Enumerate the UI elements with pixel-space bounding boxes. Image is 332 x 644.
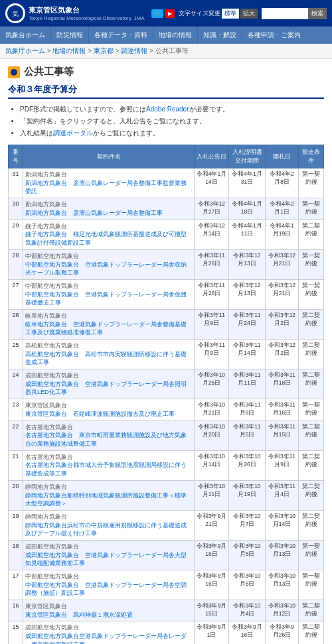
adobe-reader-link[interactable]: Adobe Reader xyxy=(146,105,189,113)
nav-chiba[interactable]: 地場の情報 xyxy=(153,27,198,44)
cell-open: 令和3年12月2日 xyxy=(266,309,299,339)
contract-name-link[interactable]: 名古屋地方気象台都市域大分予集観型地震観測局移設に伴う基礎造成等工事 xyxy=(25,462,187,477)
search-input[interactable] xyxy=(262,8,308,19)
cell-name: 成田航空地方気象台成田航空地方気象台 空港気象ドップラーレーダー局舎照明器具LE… xyxy=(23,369,195,399)
table-row: 29 銚子地方気象台銚子地方気象台 補足光地域気象観測所基盤造成及び可搬型気象計… xyxy=(9,220,324,249)
cell-open: 令和3年11月16日 xyxy=(266,399,299,420)
social-icons: 🐦 ▶ xyxy=(151,9,175,18)
main-navigation: 気象台ホーム 防災情報 各種データ・資料 地場の情報 知識・解説 各種申請・ご案… xyxy=(0,27,332,44)
cell-open: 令和3年12月21日 xyxy=(266,279,299,309)
info-list: PDF形式で掲載していますので、参照にはAdobe Readerが必要です。 「… xyxy=(8,104,324,138)
cell-period: 令和3年11月5日 xyxy=(229,420,266,450)
cell-name: 成田航空地方気象台成田航空地方気象台空港気象ドップラーレーダー局舎レーダー機器室… xyxy=(23,621,195,644)
contract-name-link[interactable]: 静岡地方気象台船積特別地域気象観測所施設整備工事＜標準大型空調調整＞ xyxy=(25,492,187,507)
cell-announce: 令和3年10月20日 xyxy=(195,420,229,450)
nav-home[interactable]: 気象台ホーム xyxy=(0,27,51,44)
cell-open: 令和3年10月13日 xyxy=(266,570,299,600)
cell-num: 16 xyxy=(9,600,23,621)
nav-bousai[interactable]: 防災情報 xyxy=(51,27,89,44)
contract-name-link[interactable]: 銚子地方気象台 補足光地域気象観測所基盤造成及び可搬型気象計付帯設備新設工事 xyxy=(25,231,187,246)
contract-name-link[interactable]: 新潟地方気象台 彦濱山気象レーダー局舎整備工事 xyxy=(25,210,163,216)
cell-condition: 第二契約後 xyxy=(299,369,324,399)
title-icon-inner xyxy=(11,69,17,76)
cell-announce: 令和3年12月14日 xyxy=(195,220,229,249)
contract-name-link[interactable]: 高松航空地方気象台 高松市市内実験観測所移設に伴う基礎造成工事 xyxy=(25,351,187,366)
breadcrumb-sep2: > xyxy=(88,47,94,54)
cell-announce: 令和3年11月26日 xyxy=(195,249,229,279)
cell-open: 令和3年9月26日 xyxy=(266,621,299,644)
breadcrumb-home[interactable]: 気象庁ホーム xyxy=(5,47,45,54)
font-standard-btn[interactable]: 標準 xyxy=(222,9,239,19)
th-announce: 入札公告日 xyxy=(195,145,229,168)
cell-open: 令和3年11月15日 xyxy=(266,420,299,450)
cell-condition: 第一契約後 xyxy=(299,570,324,600)
font-size-ctrl: 文字サイズ変更 標準 拡大 xyxy=(179,9,258,19)
contract-name-link[interactable]: 中部航空地方気象台 空港気象ドップラーレーダー局舎仮囲基礎撤去工事 xyxy=(25,291,187,306)
contract-name-link[interactable]: 成田航空地方気象台 空港気象ドップラーレーダー局舎照明器具LED化工事 xyxy=(25,381,187,396)
cell-period: 令和4年1月11日 xyxy=(229,220,266,249)
contract-name-link[interactable]: 中部航空地方気象台 空港気象ドップラーレーダー局舎収納光ケーブル取敷工事 xyxy=(25,261,187,277)
nav-shinsei[interactable]: 各種申請・ご案内 xyxy=(242,27,306,44)
cell-announce: 令和3年10月11日 xyxy=(195,480,229,510)
site-header: 気 東京管区気象台 Tokyo Regional Meteorological … xyxy=(0,0,332,27)
breadcrumb-choutatu[interactable]: 調達情報 xyxy=(121,47,147,54)
cell-open: 令和4年2月1日 xyxy=(266,198,299,220)
table-row: 18 成田航空地方気象台成田航空地方気象台 空港気象ドップラーレーダー局舎大型知… xyxy=(9,540,324,570)
cell-name: 東京管区気象台東京管区気象台 石鎚峰津波観測施設撤去及び廃止工事 xyxy=(23,399,195,420)
cell-condition: 第一契約後 xyxy=(299,399,324,420)
table-row: 24 成田航空地方気象台成田航空地方気象台 空港気象ドップラーレーダー局舎照明器… xyxy=(9,369,324,399)
cell-announce: 令和3年9月21日 xyxy=(195,510,229,540)
cell-condition: 第二契約後 xyxy=(299,309,324,339)
nav-data[interactable]: 各種データ・資料 xyxy=(89,27,153,44)
nav-chishiki[interactable]: 知識・解説 xyxy=(198,27,242,44)
cell-name: 岐阜地方気象台岐阜地方気象台 空港気象ドップラーレーダー局舎整備基礎工事及び廃棄… xyxy=(23,309,195,339)
cell-num: 31 xyxy=(9,168,23,198)
cell-announce: 令和3年11月9日 xyxy=(195,309,229,339)
cell-num: 18 xyxy=(9,540,23,570)
youtube-icon[interactable]: ▶ xyxy=(165,9,175,18)
table-row: 17 中部航空地方気象台中部航空地方気象台 空港気象ドップラーレーダー局舎空調調… xyxy=(9,570,324,600)
contract-name-link[interactable]: 静岡地方気象台浜松市の中規模雇用規模移設に伴う基礎造成及びグープル据え付け工事 xyxy=(25,522,187,537)
contract-name-link[interactable]: 成田航空地方気象台 空港気象ドップラーレーダー局舎大型知見端配備業務前工事 xyxy=(25,552,187,567)
cell-num: 21 xyxy=(9,450,23,480)
cell-open: 令和3年12月2日 xyxy=(266,339,299,369)
info-item-3: 入札結果は調達ポータルからご覧になれます。 xyxy=(20,128,324,138)
cell-num: 23 xyxy=(9,399,23,420)
cell-announce: 令和3年9月1日 xyxy=(195,621,229,644)
cell-open: 令和3年10月13日 xyxy=(266,540,299,570)
breadcrumb-tokyo[interactable]: 東京都 xyxy=(94,47,114,54)
cell-name: 新潟地方気象台新潟地方気象台 彦濱山気象レーダー局舎整備工事監督業務委託 xyxy=(23,168,195,198)
contract-name-link[interactable]: 岐阜地方気象台 空港気象ドップラーレーダー局舎整備基礎工事及び廃棄物処理修復工事 xyxy=(25,321,187,336)
cell-condition: 第一契約後 xyxy=(299,168,324,198)
table-row: 26 岐阜地方気象台岐阜地方気象台 空港気象ドップラーレーダー局舎整備基礎工事及… xyxy=(9,309,324,339)
twitter-icon[interactable]: 🐦 xyxy=(151,9,163,18)
contract-name-link[interactable]: 中部航空地方気象台 空港気象ドップラーレーダー局舎空調調整（施拡）新設工事 xyxy=(25,582,187,597)
contract-name-link[interactable]: 東京管区気象台 石鎚峰津波観測施設撤去及び廃止工事 xyxy=(25,411,175,417)
logo-text-ja: 東京管区気象台 xyxy=(29,5,145,15)
cell-period: 令和3年11月24日 xyxy=(229,309,266,339)
contract-name-link[interactable]: 名古屋地方気象台 東京市町雨量業務観測施設及び地方気象台の業務施設地域整備工事 xyxy=(25,432,187,447)
breadcrumb-chiba[interactable]: 地場の情報 xyxy=(52,47,86,54)
search-button[interactable]: 検索 xyxy=(308,8,327,19)
breadcrumb-current: 公共工事等 xyxy=(155,47,189,54)
th-condition: 競走条件 xyxy=(299,145,324,168)
cell-condition: 第二契約後 xyxy=(299,480,324,510)
cell-period: 令和3年11月14日 xyxy=(229,339,266,369)
contract-name-link[interactable]: 新潟地方気象台 彦濱山気象レーダー局舎整備工事監督業務委託 xyxy=(25,180,187,195)
contract-name-link[interactable]: 東京管区気象台 馬刈神廟１廃水深処置 xyxy=(25,612,133,618)
cell-open: 令和4年1月19日 xyxy=(266,220,299,249)
cell-open: 令和3年12月21日 xyxy=(266,249,299,279)
portal-link[interactable]: 調達ポータル xyxy=(53,129,93,137)
th-period: 入札説明書交付期間 xyxy=(229,145,266,168)
cell-period: 令和3年10月5日 xyxy=(229,570,266,600)
font-large-btn[interactable]: 拡大 xyxy=(240,9,258,19)
cell-announce: 令和4年1月14日 xyxy=(195,168,229,198)
contract-name-link[interactable]: 成田航空地方気象台空港気象ドップラーレーダー局舎レーダー機器室空調新設工事 xyxy=(25,633,187,644)
cell-num: 29 xyxy=(9,220,23,249)
cell-name: 名古屋地方気象台名古屋地方気象台 東京市町雨量業務観測施設及び地方気象台の業務施… xyxy=(23,420,195,450)
cell-open: 令和4年2月8日 xyxy=(266,168,299,198)
cell-announce: 令和3年9月15日 xyxy=(195,600,229,621)
table-row: 22 名古屋地方気象台名古屋地方気象台 東京市町雨量業務観測施設及び地方気象台の… xyxy=(9,420,324,450)
cell-condition: 第二契約後 xyxy=(299,600,324,621)
cell-name: 静岡地方気象台静岡地方気象台浜松市の中規模雇用規模移設に伴う基礎造成及びグープル… xyxy=(23,510,195,540)
